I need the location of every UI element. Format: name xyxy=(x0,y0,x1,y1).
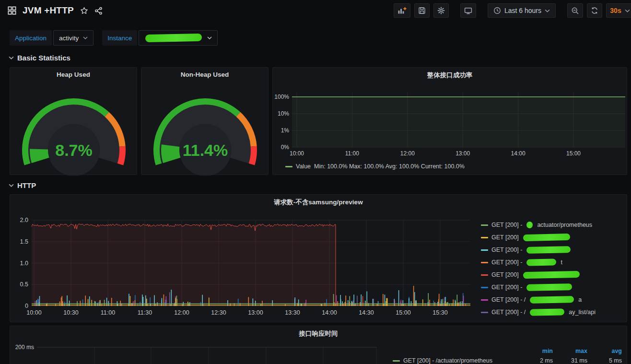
svg-text:15:00: 15:00 xyxy=(566,150,581,157)
series-name-suffix: a xyxy=(578,296,582,303)
svg-text:10:00: 10:00 xyxy=(26,309,41,316)
legend-item[interactable]: GET [200] - /ay_list/api xyxy=(481,308,623,317)
zoom-out-button[interactable] xyxy=(567,3,583,18)
success-rate-chart[interactable]: 10:0011:0012:0013:0014:0015:00100%10%1%0… xyxy=(273,68,628,176)
series-name: GET [200] - /actuator/prometheus xyxy=(403,357,492,364)
panel-nonheap-used: Non-Heap Used 11.4% xyxy=(141,67,269,175)
apps-grid-icon[interactable] xyxy=(8,6,16,15)
chevron-down-icon xyxy=(83,36,88,39)
instance-value-dropdown[interactable] xyxy=(139,30,218,46)
svg-text:0%: 0% xyxy=(281,144,290,151)
series-color-dash xyxy=(393,360,400,362)
series-color-dash xyxy=(285,166,292,167)
variable-application: Application activity xyxy=(10,30,93,46)
variables-submenu: Application activity Instance xyxy=(10,30,218,46)
series-name-suffix: t xyxy=(561,259,562,266)
legend-column-max[interactable]: max xyxy=(553,348,587,354)
panel-heap-used: Heap Used 8.7% xyxy=(10,67,137,175)
series-name: GET [200] - xyxy=(491,222,522,228)
series-color-dash xyxy=(481,249,488,251)
legend-item[interactable]: GET [200] - xyxy=(481,246,623,254)
redaction-marker xyxy=(523,234,570,241)
svg-text:13:00: 13:00 xyxy=(456,150,470,157)
chevron-down-icon xyxy=(9,56,14,59)
svg-text:100%: 100% xyxy=(274,94,289,100)
series-name-suffix: ay_list/api xyxy=(569,309,596,316)
svg-text:1.0: 1.0 xyxy=(20,260,28,267)
series-color-dash xyxy=(481,262,488,263)
time-range-label: Last 6 hours xyxy=(504,7,541,14)
svg-text:2.0: 2.0 xyxy=(20,217,28,223)
variable-instance: Instance xyxy=(102,30,218,46)
legend-item[interactable]: Value Min: 100.0% Max: 100.0% Avg: 100.0… xyxy=(285,163,465,170)
clock-icon xyxy=(493,7,501,14)
row-basic-statistics[interactable]: Basic Statistics xyxy=(9,54,70,62)
svg-text:10%: 10% xyxy=(278,110,289,117)
redaction-marker xyxy=(526,258,556,266)
chevron-down-icon xyxy=(207,36,212,39)
dashboard-title[interactable]: JVM +HTTP xyxy=(23,5,74,16)
panel-title[interactable]: 请求数-不含samsung/preview xyxy=(10,198,627,207)
legend-value-max: 31 ms xyxy=(553,357,587,364)
svg-text:14:30: 14:30 xyxy=(359,309,374,316)
legend-table-header: minmaxavg xyxy=(393,346,622,356)
svg-text:0.5: 0.5 xyxy=(20,281,28,288)
requests-chart[interactable]: 10:0010:3011:0011:3012:0012:3013:0013:30… xyxy=(10,195,482,323)
legend-item[interactable]: GET [200] - /actuator/prometheus2 ms31 m… xyxy=(393,356,622,364)
legend-item[interactable]: GET [200] -actuator/prometheus xyxy=(481,221,623,229)
svg-text:11:30: 11:30 xyxy=(138,309,152,316)
series-metrics: Min: 100.0% Max: 100.0% Avg: 100.0% Curr… xyxy=(314,163,465,170)
legend-column-avg[interactable]: avg xyxy=(587,348,622,354)
requests-legend: GET [200] -actuator/prometheusGET [200] … xyxy=(481,221,623,317)
panel-title[interactable]: Heap Used xyxy=(10,71,137,78)
series-name: GET [200] - / xyxy=(491,309,526,316)
heap-used-gauge: 8.7% xyxy=(10,68,138,176)
panel-title[interactable]: Non-Heap Used xyxy=(141,71,268,78)
legend-item[interactable]: GET [200] - /a xyxy=(481,295,623,304)
svg-text:8.7%: 8.7% xyxy=(55,141,93,159)
series-name-suffix: actuator/prometheus xyxy=(537,222,592,228)
share-icon[interactable] xyxy=(94,7,103,15)
panel-title[interactable]: 接口响应时间 xyxy=(10,329,627,338)
legend-column-min[interactable]: min xyxy=(518,348,553,354)
tv-mode-button[interactable] xyxy=(460,3,476,18)
svg-text:15:30: 15:30 xyxy=(432,309,447,316)
series-name: GET [200] - / xyxy=(491,296,526,303)
save-dashboard-button[interactable] xyxy=(414,3,430,18)
svg-text:10:00: 10:00 xyxy=(290,150,304,157)
nonheap-used-gauge: 11.4% xyxy=(141,68,269,176)
svg-text:14:00: 14:00 xyxy=(511,150,526,157)
refresh-interval-button[interactable]: 30s xyxy=(606,3,631,18)
svg-text:14:00: 14:00 xyxy=(322,309,337,316)
time-range-picker[interactable]: Last 6 hours xyxy=(488,3,556,18)
legend-item[interactable]: GET [200] xyxy=(481,233,623,242)
star-icon[interactable] xyxy=(80,7,88,15)
chevron-down-icon xyxy=(545,9,550,12)
application-value-dropdown[interactable]: activity xyxy=(53,30,93,46)
redaction-marker xyxy=(526,246,571,254)
series-name: GET [200] xyxy=(491,271,519,278)
series-color-dash xyxy=(481,287,488,288)
refresh-button[interactable] xyxy=(587,3,602,18)
legend-item[interactable]: GET [200] xyxy=(481,270,623,279)
panel-title[interactable]: 整体接口成功率 xyxy=(273,71,627,80)
series-color-dash xyxy=(481,274,488,276)
legend-item[interactable]: GET [200] - xyxy=(481,283,623,292)
svg-text:13:30: 13:30 xyxy=(285,309,300,316)
chevron-down-icon xyxy=(625,9,630,12)
grafana-dashboard: JVM +HTTP xyxy=(0,0,631,364)
legend-value-min: 2 ms xyxy=(518,357,553,364)
dashboard-settings-button[interactable] xyxy=(433,3,449,18)
redaction-marker xyxy=(530,296,574,304)
series-name: GET [200] - xyxy=(491,284,522,291)
instance-label: Instance xyxy=(102,30,137,46)
redaction-marker xyxy=(526,283,572,291)
add-panel-button[interactable] xyxy=(394,3,410,18)
series-color-dash xyxy=(481,224,488,226)
legend-item[interactable]: GET [200] - t xyxy=(481,258,623,267)
panel-response-time: 接口响应时间 200 ms minmaxavgGET [200] - /actu… xyxy=(10,326,627,364)
row-http[interactable]: HTTP xyxy=(9,181,36,189)
redaction-marker xyxy=(523,271,580,279)
svg-text:200 ms: 200 ms xyxy=(15,344,34,351)
series-color-dash xyxy=(481,312,488,313)
